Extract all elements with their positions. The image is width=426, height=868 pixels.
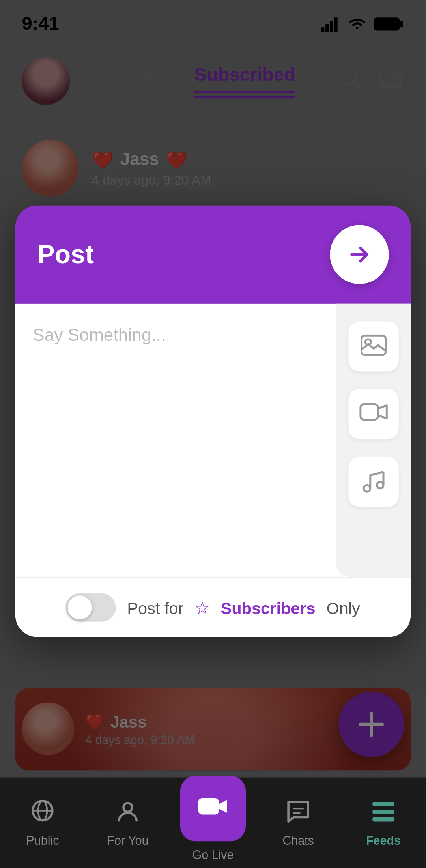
subscribers-label: Subscribers bbox=[221, 598, 316, 617]
nav-feeds[interactable]: Feeds bbox=[341, 798, 426, 846]
media-sidebar bbox=[336, 304, 411, 577]
chats-icon bbox=[285, 798, 311, 829]
go-live-button[interactable] bbox=[180, 775, 246, 841]
svg-rect-30 bbox=[372, 801, 394, 806]
nav-go-live-label: Go Live bbox=[192, 847, 234, 861]
post-for-label: Post for bbox=[127, 598, 183, 617]
nav-for-you-label: For You bbox=[107, 833, 148, 846]
svg-rect-12 bbox=[361, 404, 378, 420]
send-button[interactable] bbox=[330, 225, 389, 284]
modal-body: Say Something... bbox=[15, 304, 411, 577]
nav-chats-label: Chats bbox=[282, 833, 314, 846]
post-modal: Post Say Something... bbox=[15, 206, 411, 637]
post-placeholder: Say Something... bbox=[33, 326, 166, 344]
camera-icon bbox=[198, 795, 228, 821]
image-icon bbox=[361, 334, 387, 358]
send-icon bbox=[348, 243, 372, 267]
nav-chats[interactable]: Chats bbox=[256, 798, 341, 846]
nav-public-label: Public bbox=[26, 834, 59, 847]
public-icon bbox=[30, 798, 56, 829]
music-icon bbox=[362, 470, 386, 494]
svg-point-26 bbox=[123, 803, 132, 811]
only-label: Only bbox=[326, 598, 360, 617]
for-you-icon bbox=[115, 798, 141, 829]
subscribers-only-toggle[interactable] bbox=[66, 593, 116, 622]
star-icon: ☆ bbox=[194, 597, 210, 618]
feeds-icon bbox=[370, 798, 396, 829]
svg-rect-31 bbox=[372, 809, 394, 814]
svg-line-17 bbox=[370, 472, 383, 475]
modal-title: Post bbox=[37, 239, 94, 270]
nav-feeds-label: Feeds bbox=[366, 833, 401, 846]
image-upload-button[interactable] bbox=[348, 321, 398, 371]
svg-rect-32 bbox=[372, 817, 394, 821]
modal-footer: Post for ☆ Subscribers Only bbox=[15, 577, 411, 637]
svg-rect-10 bbox=[362, 335, 386, 355]
text-input-area[interactable]: Say Something... bbox=[15, 304, 336, 577]
bottom-nav: Public For You Go Live bbox=[0, 777, 426, 866]
nav-go-live[interactable]: Go Live bbox=[170, 775, 256, 861]
video-upload-button[interactable] bbox=[348, 389, 398, 439]
nav-for-you[interactable]: For You bbox=[85, 798, 170, 846]
modal-header: Post bbox=[15, 206, 411, 304]
video-icon bbox=[359, 403, 388, 425]
nav-public[interactable]: Public bbox=[0, 798, 85, 847]
music-upload-button[interactable] bbox=[348, 457, 398, 507]
svg-rect-27 bbox=[199, 798, 219, 814]
